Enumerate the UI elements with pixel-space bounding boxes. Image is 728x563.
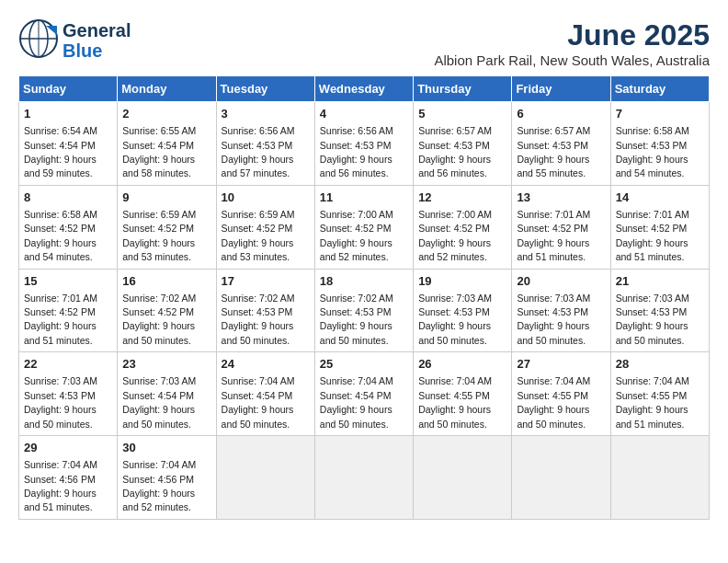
page-header: General Blue June 2025 Albion Park Rail,… xyxy=(18,18,710,68)
logo: General Blue xyxy=(18,18,131,63)
table-row: 4 Sunrise: 6:56 AMSunset: 4:53 PMDayligh… xyxy=(314,102,413,186)
header-monday: Monday xyxy=(118,76,216,102)
day-info: Sunrise: 7:04 AMSunset: 4:56 PMDaylight:… xyxy=(122,459,196,512)
table-row: 13 Sunrise: 7:01 AMSunset: 4:52 PMDaylig… xyxy=(512,185,610,269)
table-row: 2 Sunrise: 6:55 AMSunset: 4:54 PMDayligh… xyxy=(118,102,216,186)
day-number: 12 xyxy=(418,190,506,206)
calendar-week-4: 22 Sunrise: 7:03 AMSunset: 4:53 PMDaylig… xyxy=(19,352,710,436)
day-info: Sunrise: 7:02 AMSunset: 4:53 PMDaylight:… xyxy=(222,293,295,346)
table-row: 17 Sunrise: 7:02 AMSunset: 4:53 PMDaylig… xyxy=(216,269,314,352)
day-number: 2 xyxy=(122,106,210,122)
table-row: 11 Sunrise: 7:00 AMSunset: 4:52 PMDaylig… xyxy=(314,185,413,269)
logo-text: General Blue xyxy=(63,20,131,61)
day-number: 3 xyxy=(222,106,310,122)
day-number: 19 xyxy=(418,273,506,290)
header-wednesday: Wednesday xyxy=(314,76,413,102)
table-row: 16 Sunrise: 7:02 AMSunset: 4:52 PMDaylig… xyxy=(118,269,216,352)
day-info: Sunrise: 6:55 AMSunset: 4:54 PMDaylight:… xyxy=(122,125,196,178)
table-row: 5 Sunrise: 6:57 AMSunset: 4:53 PMDayligh… xyxy=(414,102,512,186)
table-row: 28 Sunrise: 7:04 AMSunset: 4:55 PMDaylig… xyxy=(610,352,709,436)
day-number: 21 xyxy=(616,273,704,290)
logo-content: General Blue xyxy=(18,18,131,63)
day-number: 29 xyxy=(24,440,112,456)
calendar-week-3: 15 Sunrise: 7:01 AMSunset: 4:52 PMDaylig… xyxy=(19,269,710,352)
day-info: Sunrise: 7:01 AMSunset: 4:52 PMDaylight:… xyxy=(616,209,689,262)
table-row xyxy=(414,436,512,520)
table-row xyxy=(216,436,314,520)
header-sunday: Sunday xyxy=(19,76,118,102)
day-info: Sunrise: 6:56 AMSunset: 4:53 PMDaylight:… xyxy=(222,125,295,178)
table-row: 18 Sunrise: 7:02 AMSunset: 4:53 PMDaylig… xyxy=(314,269,413,352)
day-info: Sunrise: 6:59 AMSunset: 4:52 PMDaylight:… xyxy=(122,209,196,262)
page-subtitle: Albion Park Rail, New South Wales, Austr… xyxy=(434,52,710,68)
header-tuesday: Tuesday xyxy=(216,76,314,102)
table-row: 22 Sunrise: 7:03 AMSunset: 4:53 PMDaylig… xyxy=(19,352,118,436)
day-info: Sunrise: 6:54 AMSunset: 4:54 PMDaylight:… xyxy=(24,125,97,178)
day-number: 7 xyxy=(616,106,704,122)
day-number: 26 xyxy=(418,356,506,373)
day-info: Sunrise: 7:00 AMSunset: 4:52 PMDaylight:… xyxy=(320,209,393,262)
day-info: Sunrise: 7:02 AMSunset: 4:53 PMDaylight:… xyxy=(320,293,393,346)
day-info: Sunrise: 7:03 AMSunset: 4:53 PMDaylight:… xyxy=(24,375,97,429)
calendar-header-row: Sunday Monday Tuesday Wednesday Thursday… xyxy=(19,76,710,102)
table-row: 21 Sunrise: 7:03 AMSunset: 4:53 PMDaylig… xyxy=(610,269,709,352)
table-row: 8 Sunrise: 6:58 AMSunset: 4:52 PMDayligh… xyxy=(19,185,118,269)
table-row: 24 Sunrise: 7:04 AMSunset: 4:54 PMDaylig… xyxy=(216,352,314,436)
day-number: 27 xyxy=(517,356,605,373)
day-info: Sunrise: 7:03 AMSunset: 4:54 PMDaylight:… xyxy=(122,375,196,429)
page-title: June 2025 xyxy=(434,18,710,52)
day-number: 8 xyxy=(24,190,112,206)
table-row: 10 Sunrise: 6:59 AMSunset: 4:52 PMDaylig… xyxy=(216,185,314,269)
day-info: Sunrise: 7:04 AMSunset: 4:54 PMDaylight:… xyxy=(320,375,393,429)
table-row: 25 Sunrise: 7:04 AMSunset: 4:54 PMDaylig… xyxy=(314,352,413,436)
day-info: Sunrise: 6:57 AMSunset: 4:53 PMDaylight:… xyxy=(418,125,492,178)
day-number: 22 xyxy=(24,356,112,373)
day-info: Sunrise: 7:04 AMSunset: 4:55 PMDaylight:… xyxy=(616,375,689,429)
header-friday: Friday xyxy=(512,76,610,102)
table-row: 1 Sunrise: 6:54 AMSunset: 4:54 PMDayligh… xyxy=(19,102,118,186)
calendar-week-5: 29 Sunrise: 7:04 AMSunset: 4:56 PMDaylig… xyxy=(19,436,710,520)
day-number: 5 xyxy=(418,106,506,122)
day-number: 9 xyxy=(122,190,210,206)
day-number: 16 xyxy=(122,273,210,290)
day-number: 11 xyxy=(320,190,408,206)
table-row xyxy=(314,436,413,520)
day-info: Sunrise: 7:04 AMSunset: 4:55 PMDaylight:… xyxy=(418,375,492,429)
table-row: 14 Sunrise: 7:01 AMSunset: 4:52 PMDaylig… xyxy=(610,185,709,269)
day-info: Sunrise: 7:03 AMSunset: 4:53 PMDaylight:… xyxy=(517,293,590,346)
table-row: 7 Sunrise: 6:58 AMSunset: 4:53 PMDayligh… xyxy=(610,102,709,186)
table-row: 30 Sunrise: 7:04 AMSunset: 4:56 PMDaylig… xyxy=(118,436,216,520)
table-row: 15 Sunrise: 7:01 AMSunset: 4:52 PMDaylig… xyxy=(19,269,118,352)
day-number: 4 xyxy=(320,106,408,122)
day-info: Sunrise: 7:00 AMSunset: 4:52 PMDaylight:… xyxy=(418,209,492,262)
day-number: 6 xyxy=(517,106,605,122)
table-row: 12 Sunrise: 7:00 AMSunset: 4:52 PMDaylig… xyxy=(414,185,512,269)
table-row: 19 Sunrise: 7:03 AMSunset: 4:53 PMDaylig… xyxy=(414,269,512,352)
title-area: June 2025 Albion Park Rail, New South Wa… xyxy=(434,18,710,68)
day-number: 13 xyxy=(517,190,605,206)
day-number: 15 xyxy=(24,273,112,290)
day-number: 25 xyxy=(320,356,408,373)
day-info: Sunrise: 6:59 AMSunset: 4:52 PMDaylight:… xyxy=(222,209,295,262)
day-info: Sunrise: 6:57 AMSunset: 4:53 PMDaylight:… xyxy=(517,125,590,178)
day-number: 17 xyxy=(222,273,310,290)
day-info: Sunrise: 7:03 AMSunset: 4:53 PMDaylight:… xyxy=(418,293,492,346)
header-saturday: Saturday xyxy=(610,76,709,102)
header-thursday: Thursday xyxy=(414,76,512,102)
calendar-week-2: 8 Sunrise: 6:58 AMSunset: 4:52 PMDayligh… xyxy=(19,185,710,269)
day-info: Sunrise: 7:01 AMSunset: 4:52 PMDaylight:… xyxy=(24,293,97,346)
calendar-week-1: 1 Sunrise: 6:54 AMSunset: 4:54 PMDayligh… xyxy=(19,102,710,186)
day-info: Sunrise: 7:04 AMSunset: 4:54 PMDaylight:… xyxy=(222,375,295,429)
table-row: 9 Sunrise: 6:59 AMSunset: 4:52 PMDayligh… xyxy=(118,185,216,269)
table-row: 6 Sunrise: 6:57 AMSunset: 4:53 PMDayligh… xyxy=(512,102,610,186)
day-info: Sunrise: 7:02 AMSunset: 4:52 PMDaylight:… xyxy=(122,293,196,346)
day-number: 18 xyxy=(320,273,408,290)
day-info: Sunrise: 7:04 AMSunset: 4:55 PMDaylight:… xyxy=(517,375,590,429)
table-row: 26 Sunrise: 7:04 AMSunset: 4:55 PMDaylig… xyxy=(414,352,512,436)
table-row: 23 Sunrise: 7:03 AMSunset: 4:54 PMDaylig… xyxy=(118,352,216,436)
day-number: 23 xyxy=(122,356,210,373)
day-number: 28 xyxy=(616,356,704,373)
day-number: 14 xyxy=(616,190,704,206)
day-info: Sunrise: 6:56 AMSunset: 4:53 PMDaylight:… xyxy=(320,125,393,178)
day-info: Sunrise: 6:58 AMSunset: 4:52 PMDaylight:… xyxy=(24,209,97,262)
